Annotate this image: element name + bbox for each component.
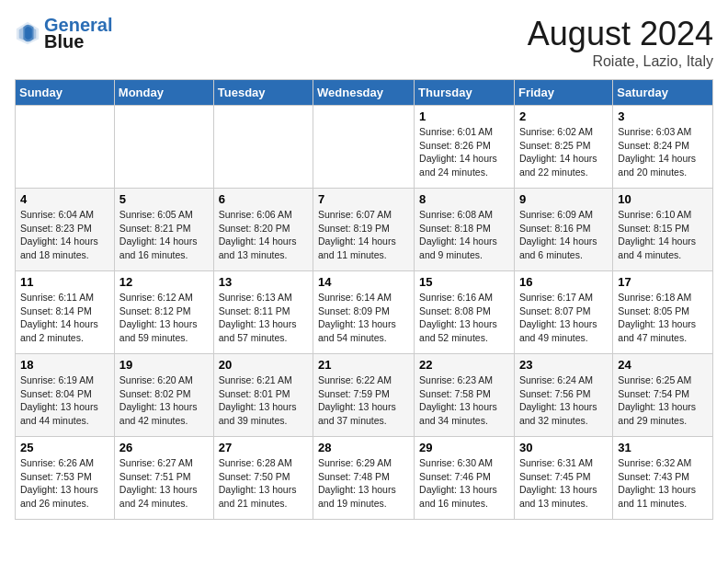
- day-number: 4: [20, 192, 109, 206]
- day-info: Sunrise: 6:12 AM Sunset: 8:12 PM Dayligh…: [119, 291, 209, 345]
- day-number: 10: [618, 192, 708, 206]
- calendar-cell: 9Sunrise: 6:09 AM Sunset: 8:16 PM Daylig…: [514, 189, 612, 271]
- day-number: 14: [318, 275, 409, 289]
- weekday-header: Thursday: [415, 80, 515, 106]
- calendar-week: 4Sunrise: 6:04 AM Sunset: 8:23 PM Daylig…: [16, 189, 713, 271]
- calendar-cell: [114, 106, 213, 189]
- day-info: Sunrise: 6:16 AM Sunset: 8:08 PM Dayligh…: [419, 291, 509, 345]
- day-info: Sunrise: 6:23 AM Sunset: 7:58 PM Dayligh…: [419, 373, 509, 428]
- day-number: 28: [318, 441, 409, 454]
- day-info: Sunrise: 6:20 AM Sunset: 8:02 PM Dayligh…: [119, 373, 209, 428]
- day-number: 15: [419, 275, 509, 289]
- calendar-week: 25Sunrise: 6:26 AM Sunset: 7:53 PM Dayli…: [16, 437, 713, 520]
- day-number: 25: [20, 441, 109, 454]
- day-info: Sunrise: 6:21 AM Sunset: 8:01 PM Dayligh…: [219, 373, 308, 428]
- day-info: Sunrise: 6:29 AM Sunset: 7:48 PM Dayligh…: [318, 456, 409, 511]
- calendar-cell: 18Sunrise: 6:19 AM Sunset: 8:04 PM Dayli…: [16, 354, 115, 437]
- day-info: Sunrise: 6:10 AM Sunset: 8:15 PM Dayligh…: [618, 208, 708, 262]
- day-number: 30: [519, 441, 608, 454]
- calendar-cell: 27Sunrise: 6:28 AM Sunset: 7:50 PM Dayli…: [213, 437, 313, 520]
- calendar-cell: 14Sunrise: 6:14 AM Sunset: 8:09 PM Dayli…: [313, 271, 415, 354]
- calendar-cell: 30Sunrise: 6:31 AM Sunset: 7:45 PM Dayli…: [514, 437, 612, 520]
- day-number: 21: [318, 358, 409, 372]
- calendar-cell: 12Sunrise: 6:12 AM Sunset: 8:12 PM Dayli…: [114, 271, 213, 354]
- day-number: 29: [419, 441, 509, 454]
- calendar-week: 1Sunrise: 6:01 AM Sunset: 8:26 PM Daylig…: [16, 106, 713, 189]
- day-info: Sunrise: 6:14 AM Sunset: 8:09 PM Dayligh…: [318, 291, 409, 345]
- day-number: 11: [20, 275, 109, 289]
- calendar-cell: 26Sunrise: 6:27 AM Sunset: 7:51 PM Dayli…: [114, 437, 213, 520]
- calendar-cell: 2Sunrise: 6:02 AM Sunset: 8:25 PM Daylig…: [514, 106, 612, 189]
- day-info: Sunrise: 6:28 AM Sunset: 7:50 PM Dayligh…: [219, 456, 308, 511]
- weekday-header: Monday: [114, 80, 213, 106]
- calendar-cell: 23Sunrise: 6:24 AM Sunset: 7:56 PM Dayli…: [514, 354, 612, 437]
- day-info: Sunrise: 6:07 AM Sunset: 8:19 PM Dayligh…: [318, 208, 409, 262]
- title-block: August 2024 Roiate, Lazio, Italy: [528, 15, 713, 70]
- calendar-cell: 21Sunrise: 6:22 AM Sunset: 7:59 PM Dayli…: [313, 354, 415, 437]
- day-info: Sunrise: 6:03 AM Sunset: 8:24 PM Dayligh…: [618, 125, 708, 179]
- day-info: Sunrise: 6:01 AM Sunset: 8:26 PM Dayligh…: [419, 125, 509, 179]
- day-number: 12: [119, 275, 209, 289]
- day-number: 13: [219, 275, 308, 289]
- day-info: Sunrise: 6:04 AM Sunset: 8:23 PM Dayligh…: [20, 208, 109, 262]
- day-number: 23: [519, 358, 608, 372]
- day-info: Sunrise: 6:32 AM Sunset: 7:43 PM Dayligh…: [618, 456, 708, 511]
- weekday-header: Saturday: [613, 80, 713, 106]
- day-info: Sunrise: 6:31 AM Sunset: 7:45 PM Dayligh…: [519, 456, 608, 511]
- calendar-table: SundayMondayTuesdayWednesdayThursdayFrid…: [15, 79, 713, 520]
- day-number: 2: [519, 109, 608, 123]
- calendar-cell: [16, 106, 115, 189]
- calendar-cell: 8Sunrise: 6:08 AM Sunset: 8:18 PM Daylig…: [415, 189, 515, 271]
- day-info: Sunrise: 6:13 AM Sunset: 8:11 PM Dayligh…: [219, 291, 308, 345]
- day-number: 7: [318, 192, 409, 206]
- calendar-cell: 20Sunrise: 6:21 AM Sunset: 8:01 PM Dayli…: [213, 354, 313, 437]
- weekday-header: Tuesday: [213, 80, 313, 106]
- day-info: Sunrise: 6:08 AM Sunset: 8:18 PM Dayligh…: [419, 208, 509, 262]
- calendar-cell: 5Sunrise: 6:05 AM Sunset: 8:21 PM Daylig…: [114, 189, 213, 271]
- day-info: Sunrise: 6:17 AM Sunset: 8:07 PM Dayligh…: [519, 291, 608, 345]
- calendar-cell: [213, 106, 313, 189]
- calendar-cell: 31Sunrise: 6:32 AM Sunset: 7:43 PM Dayli…: [613, 437, 713, 520]
- weekday-header: Sunday: [16, 80, 115, 106]
- weekday-header: Wednesday: [313, 80, 415, 106]
- calendar-cell: 15Sunrise: 6:16 AM Sunset: 8:08 PM Dayli…: [415, 271, 515, 354]
- day-info: Sunrise: 6:19 AM Sunset: 8:04 PM Dayligh…: [20, 373, 109, 428]
- day-number: 26: [119, 441, 209, 454]
- calendar-cell: 4Sunrise: 6:04 AM Sunset: 8:23 PM Daylig…: [16, 189, 115, 271]
- day-number: 31: [618, 441, 708, 454]
- logo: General Blue: [15, 15, 112, 52]
- calendar-cell: 13Sunrise: 6:13 AM Sunset: 8:11 PM Dayli…: [213, 271, 313, 354]
- day-info: Sunrise: 6:22 AM Sunset: 7:59 PM Dayligh…: [318, 373, 409, 428]
- day-number: 3: [618, 109, 708, 123]
- page-header: General Blue August 2024 Roiate, Lazio, …: [15, 15, 713, 70]
- calendar-cell: [313, 106, 415, 189]
- calendar-cell: 16Sunrise: 6:17 AM Sunset: 8:07 PM Dayli…: [514, 271, 612, 354]
- calendar-cell: 3Sunrise: 6:03 AM Sunset: 8:24 PM Daylig…: [613, 106, 713, 189]
- day-number: 9: [519, 192, 608, 206]
- day-number: 16: [519, 275, 608, 289]
- calendar-cell: 1Sunrise: 6:01 AM Sunset: 8:26 PM Daylig…: [415, 106, 515, 189]
- day-number: 20: [219, 358, 308, 372]
- day-number: 1: [419, 109, 509, 123]
- calendar-body: 1Sunrise: 6:01 AM Sunset: 8:26 PM Daylig…: [16, 106, 713, 520]
- calendar-cell: 28Sunrise: 6:29 AM Sunset: 7:48 PM Dayli…: [313, 437, 415, 520]
- calendar-cell: 6Sunrise: 6:06 AM Sunset: 8:20 PM Daylig…: [213, 189, 313, 271]
- logo-icon: [15, 20, 40, 46]
- calendar-cell: 24Sunrise: 6:25 AM Sunset: 7:54 PM Dayli…: [613, 354, 713, 437]
- calendar-cell: 7Sunrise: 6:07 AM Sunset: 8:19 PM Daylig…: [313, 189, 415, 271]
- calendar-week: 18Sunrise: 6:19 AM Sunset: 8:04 PM Dayli…: [16, 354, 713, 437]
- calendar-subtitle: Roiate, Lazio, Italy: [528, 53, 713, 70]
- calendar-cell: 29Sunrise: 6:30 AM Sunset: 7:46 PM Dayli…: [415, 437, 515, 520]
- calendar-cell: 10Sunrise: 6:10 AM Sunset: 8:15 PM Dayli…: [613, 189, 713, 271]
- day-info: Sunrise: 6:02 AM Sunset: 8:25 PM Dayligh…: [519, 125, 608, 179]
- day-info: Sunrise: 6:27 AM Sunset: 7:51 PM Dayligh…: [119, 456, 209, 511]
- day-number: 22: [419, 358, 509, 372]
- day-number: 24: [618, 358, 708, 372]
- calendar-title: August 2024: [528, 15, 713, 53]
- calendar-cell: 25Sunrise: 6:26 AM Sunset: 7:53 PM Dayli…: [16, 437, 115, 520]
- day-info: Sunrise: 6:26 AM Sunset: 7:53 PM Dayligh…: [20, 456, 109, 511]
- day-number: 8: [419, 192, 509, 206]
- day-info: Sunrise: 6:09 AM Sunset: 8:16 PM Dayligh…: [519, 208, 608, 262]
- calendar-cell: 19Sunrise: 6:20 AM Sunset: 8:02 PM Dayli…: [114, 354, 213, 437]
- day-info: Sunrise: 6:05 AM Sunset: 8:21 PM Dayligh…: [119, 208, 209, 262]
